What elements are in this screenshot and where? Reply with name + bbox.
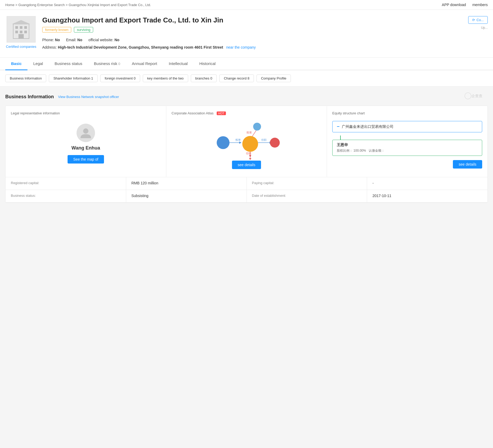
phone-label: Phone:: [42, 38, 54, 42]
cards-row-1: Legal representative information Wang En…: [6, 106, 487, 177]
address-value: High-tech Industrial Development Zone, G…: [58, 45, 223, 49]
tab-annual-report[interactable]: Annual Report: [126, 58, 163, 70]
top-navigation: Home > Guangdong Enterprise Search > Gua…: [0, 0, 493, 10]
svg-text:企查查: 企查查: [471, 94, 482, 98]
app-download-link[interactable]: APP download: [442, 3, 466, 7]
svg-point-19: [270, 138, 280, 147]
equity-minus-icon: −: [337, 124, 340, 129]
sub-tab-business-information[interactable]: Business Information: [5, 74, 46, 82]
business-info-cards: Legal representative information Wang En…: [5, 106, 488, 203]
business-network-link[interactable]: View Business Network snapshot officer: [58, 95, 119, 99]
svg-rect-6: [24, 31, 27, 33]
company-header: Certified companies Guangzhou Import and…: [0, 10, 493, 58]
legal-rep-title: Legal representative information: [11, 111, 161, 115]
address-label: Address:: [42, 45, 57, 49]
phone-value: No: [55, 38, 60, 42]
data-cell-reg-capital-label: Registered capital:: [6, 177, 126, 190]
email-value: No: [77, 38, 82, 42]
building-icon: [11, 19, 32, 40]
svg-point-18: [242, 136, 258, 152]
svg-rect-3: [24, 26, 27, 29]
equity-shareholder-box: 王恩华 股权比例： 100.00% 认缴金额：: [332, 140, 482, 156]
legal-rep-card: Legal representative information Wang En…: [6, 106, 166, 177]
svg-marker-8: [12, 20, 30, 24]
main-tab-navigation: Basic Legal Business status Business ris…: [0, 58, 493, 70]
corner-action-button[interactable]: ⟳ Co...: [468, 16, 488, 24]
section-header: Business Information View Business Netwo…: [5, 92, 488, 101]
legal-rep-content: Wang Enhua See the map of: [11, 118, 161, 169]
association-atlas-card: Corporate Association Atlas HOT: [166, 106, 327, 177]
data-row-registered-capital: Registered capital: RMB 120 million Payi…: [6, 177, 487, 190]
badge-formerly-known: formerly known: [42, 27, 71, 32]
sub-tab-branches[interactable]: branches 0: [191, 74, 217, 82]
data-row-business-status: Business status: Subsisting Date of esta…: [6, 190, 487, 203]
svg-text:投资: 投资: [246, 131, 252, 134]
section-title: Business Information: [5, 94, 54, 100]
data-cell-paying-capital-value: -: [367, 177, 487, 190]
company-name: Guangzhou Import and Export Trade Co., L…: [42, 16, 223, 24]
equity-content: − 广州鑫金来进出口贸易有限公司 王恩华 股权比例： 100.00% 认缴金额：: [332, 118, 482, 171]
hot-badge: HOT: [217, 111, 226, 115]
refresh-icon: ⟳: [472, 18, 475, 22]
atlas-content: 投资 投资 任职 任职 see details: [172, 118, 321, 172]
sub-tab-company-profile[interactable]: Company Profile: [257, 74, 291, 82]
company-info: Guangzhou Import and Export Trade Co., L…: [42, 16, 488, 51]
sub-tab-change-record[interactable]: Change record 8: [219, 74, 254, 82]
atlas-title: Corporate Association Atlas HOT: [172, 111, 321, 115]
shareholder-name: 王恩华: [337, 143, 478, 147]
data-cell-establishment-label: Date of establishment:: [247, 190, 367, 203]
tab-business-risk[interactable]: Business risk 0: [88, 58, 126, 70]
certified-companies-link[interactable]: Certified companies: [6, 45, 36, 49]
watermark: 企查查: [464, 92, 488, 101]
svg-marker-25: [249, 158, 251, 160]
website-label: official website:: [88, 38, 113, 42]
svg-point-16: [253, 123, 261, 130]
data-cell-establishment-value: 2017-10-11: [367, 190, 487, 203]
watermark-logo: 企查查: [464, 92, 488, 100]
company-details: Phone: No Email: No official website: No…: [42, 36, 488, 51]
equity-title: Equity structure chart: [332, 111, 482, 115]
svg-point-9: [465, 93, 471, 99]
badge-surviving: surviving: [74, 27, 93, 32]
svg-rect-2: [20, 26, 22, 29]
company-badges: formerly known surviving: [42, 27, 223, 32]
ratio-label: 股权比例：: [337, 149, 353, 152]
tab-basic[interactable]: Basic: [5, 58, 27, 70]
sub-tab-shareholder-information[interactable]: Shareholder Information 1: [49, 74, 97, 82]
svg-point-17: [217, 136, 230, 149]
svg-point-11: [83, 128, 88, 134]
avatar: [77, 124, 95, 142]
sub-tab-navigation: Business Information Shareholder Informa…: [0, 70, 493, 87]
near-company-link[interactable]: near the company: [226, 45, 256, 49]
tab-intellectual[interactable]: Intellectual: [163, 58, 193, 70]
svg-text:任职: 任职: [246, 152, 251, 155]
sub-tab-foreign-investment[interactable]: foreign investment 0: [100, 74, 140, 82]
data-cell-reg-capital-value: RMB 120 million: [126, 177, 247, 190]
equity-see-details-button[interactable]: see details: [453, 160, 482, 169]
atlas-see-details-button[interactable]: see details: [232, 161, 261, 169]
shareholder-details: 股权比例： 100.00% 认缴金额：: [337, 148, 478, 153]
svg-text:投资: 投资: [235, 138, 241, 141]
equity-company-name: 广州鑫金来进出口贸易有限公司: [342, 124, 394, 129]
tab-historical[interactable]: Historical: [193, 58, 221, 70]
data-cell-biz-status-label: Business status:: [6, 190, 126, 203]
website-value: No: [115, 38, 120, 42]
tab-legal[interactable]: Legal: [27, 58, 49, 70]
person-icon: [79, 126, 92, 139]
legal-rep-name: Wang Enhua: [72, 145, 100, 151]
members-link[interactable]: members: [472, 3, 488, 7]
sub-tab-key-members[interactable]: key members of the two: [143, 74, 188, 82]
breadcrumb: Home > Guangdong Enterprise Search > Gua…: [5, 3, 151, 7]
svg-rect-4: [15, 31, 18, 33]
svg-text:任职: 任职: [261, 138, 267, 141]
ratio-value: 100.00%: [353, 149, 366, 152]
tab-business-status[interactable]: Business status: [49, 58, 88, 70]
capital-label: 认缴金额：: [369, 149, 385, 152]
equity-structure-card: Equity structure chart − 广州鑫金来进出口贸易有限公司 …: [327, 106, 487, 177]
main-content: Business Information View Business Netwo…: [0, 87, 493, 212]
data-cell-biz-status-value: Subsisting: [126, 190, 247, 203]
see-map-button[interactable]: See the map of: [68, 155, 104, 164]
company-logo-area: Certified companies: [5, 16, 37, 49]
update-text: Up...: [481, 26, 488, 30]
email-label: Email:: [66, 38, 76, 42]
